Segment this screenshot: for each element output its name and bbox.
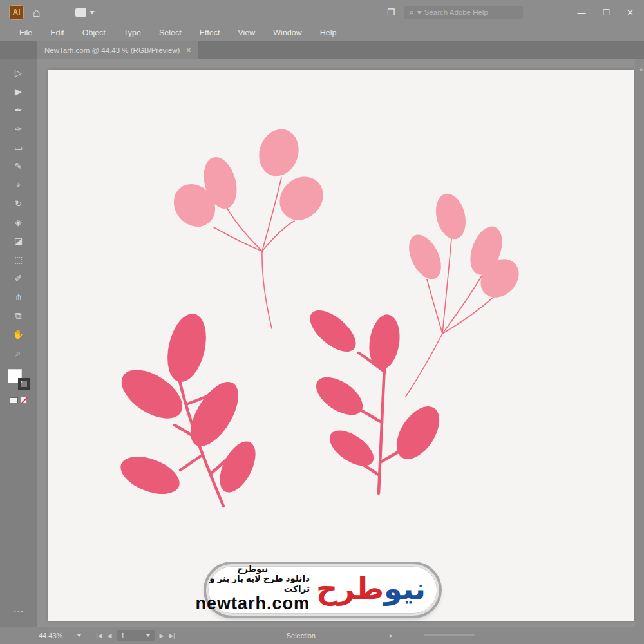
logo-text-blue: نیو — [384, 572, 426, 605]
artboard-tool-icon[interactable]: ⬚ — [11, 253, 26, 266]
active-tool-readout: Selection — [287, 632, 316, 639]
menu-item-help[interactable]: Help — [311, 26, 346, 40]
pencil-tool-icon[interactable]: ✎ — [11, 160, 26, 173]
expand-panels-icon[interactable]: « — [639, 66, 643, 73]
menu-bar: FileEditObjectTypeSelectEffectViewWindow… — [0, 24, 644, 41]
artboard-dropdown-icon — [146, 634, 151, 637]
zoom-tool-icon[interactable]: ⌕ — [11, 346, 26, 359]
minimize-button[interactable]: — — [577, 8, 585, 17]
menu-item-edit[interactable]: Edit — [41, 26, 73, 40]
tools-panel: ▷▶✒✑▭✎⌖↻◈◪⬚✐⋔⧉✋⌕⋯ — [0, 59, 37, 627]
search-caret-icon — [417, 11, 422, 14]
artboard-number: 1 — [121, 632, 125, 639]
last-artboard-icon[interactable]: ▶| — [169, 632, 175, 639]
rectangle-tool-icon[interactable]: ▭ — [11, 141, 26, 154]
maximize-view-icon[interactable]: ❐ — [387, 8, 395, 17]
color-button[interactable] — [10, 397, 18, 403]
anchor-point-tool-icon[interactable]: ⌖ — [11, 178, 26, 191]
menu-item-select[interactable]: Select — [150, 26, 191, 40]
branch-bottom-middle-leaves — [303, 303, 448, 473]
next-artboard-icon[interactable]: ▶ — [160, 632, 164, 639]
status-slider[interactable] — [424, 634, 475, 636]
color-mode-buttons — [10, 397, 27, 404]
leaf-artwork — [48, 70, 634, 621]
document-tab-title: NewTarh.com @ 44.43 % (RGB/Preview) — [44, 46, 180, 54]
artboard[interactable] — [48, 70, 634, 621]
arrange-documents-control[interactable] — [75, 8, 95, 17]
illustrator-app-icon: Ai — [9, 5, 24, 20]
arrange-documents-icon — [75, 8, 86, 17]
chevron-down-icon — [90, 11, 95, 14]
previous-artboard-icon[interactable]: ◀ — [108, 632, 112, 639]
close-button[interactable]: ✕ — [627, 8, 634, 17]
menu-item-object[interactable]: Object — [73, 26, 115, 40]
status-bar: 44.43% |◀ ◀ 1 ▶ ▶| Selection ▸ — [0, 627, 644, 644]
zoom-level-readout[interactable]: 44.43% — [39, 632, 62, 639]
menu-item-type[interactable]: Type — [115, 26, 150, 40]
width-tool-icon[interactable]: ⋔ — [11, 290, 26, 303]
search-placeholder: Search Adobe Help — [424, 8, 488, 16]
watermark-brand-fa: نیوطرح — [237, 565, 268, 574]
fill-stroke-indicator[interactable] — [8, 369, 30, 390]
document-canvas[interactable]: « — [37, 59, 644, 627]
eraser-tool-icon[interactable]: ◪ — [11, 234, 26, 247]
curvature-tool-icon[interactable]: ✑ — [11, 122, 26, 135]
first-artboard-icon[interactable]: |◀ — [96, 632, 102, 639]
selection-tool-icon[interactable]: ▶ — [11, 85, 26, 98]
newtarh-logo: نیوطرح — [316, 574, 426, 603]
branch-top-left-leaves — [166, 124, 332, 236]
document-tab[interactable]: NewTarh.com @ 44.43 % (RGB/Preview) × — [37, 41, 198, 59]
branch-bottom-left-leaves — [113, 310, 263, 501]
status-chevron-icon[interactable]: ▸ — [390, 632, 393, 639]
tab-close-icon[interactable]: × — [186, 46, 191, 55]
artboard-navigation-field[interactable]: 1 — [117, 630, 155, 641]
document-tab-bar: NewTarh.com @ 44.43 % (RGB/Preview) × — [0, 41, 644, 59]
direct-selection-tool-icon[interactable]: ▷ — [11, 66, 26, 79]
menu-item-view[interactable]: View — [229, 26, 264, 40]
none-button[interactable] — [20, 397, 27, 404]
search-input[interactable]: ⌕ Search Adobe Help — [404, 6, 523, 19]
shaper-tool-icon[interactable]: ◈ — [11, 216, 26, 229]
rotate-tool-icon[interactable]: ↻ — [11, 197, 26, 210]
panel-dock-strip: « — [635, 59, 644, 627]
title-bar: Ai ⌂ ❐ ⌕ Search Adobe Help — ☐ ✕ — [0, 0, 644, 24]
edit-toolbar-icon[interactable]: ⋯ — [14, 605, 24, 627]
pen-tool-icon[interactable]: ✒ — [11, 104, 26, 117]
zoom-dropdown-icon[interactable] — [77, 634, 82, 637]
maximize-button[interactable]: ☐ — [602, 8, 610, 17]
branch-right-leaves — [402, 191, 527, 305]
menu-item-window[interactable]: Window — [264, 26, 310, 40]
stroke-color-swatch[interactable] — [18, 378, 30, 390]
hand-tool-icon[interactable]: ✋ — [11, 328, 26, 341]
watermark-domain: newtarh.com — [195, 594, 310, 614]
menu-item-file[interactable]: File — [10, 26, 41, 40]
shape-builder-tool-icon[interactable]: ⧉ — [11, 309, 26, 322]
watermark-tagline-fa: دانلود طرح لایه باز بنر و تراکت — [195, 574, 310, 594]
menu-item-effect[interactable]: Effect — [191, 26, 229, 40]
logo-text-red: طرح — [316, 572, 384, 605]
knife-tool-icon[interactable]: ✐ — [11, 272, 26, 285]
search-icon: ⌕ — [409, 7, 413, 17]
home-icon[interactable]: ⌂ — [33, 6, 41, 19]
newtarh-watermark: نیوطرح دانلود طرح لایه باز بنر و تراکت n… — [206, 564, 439, 616]
